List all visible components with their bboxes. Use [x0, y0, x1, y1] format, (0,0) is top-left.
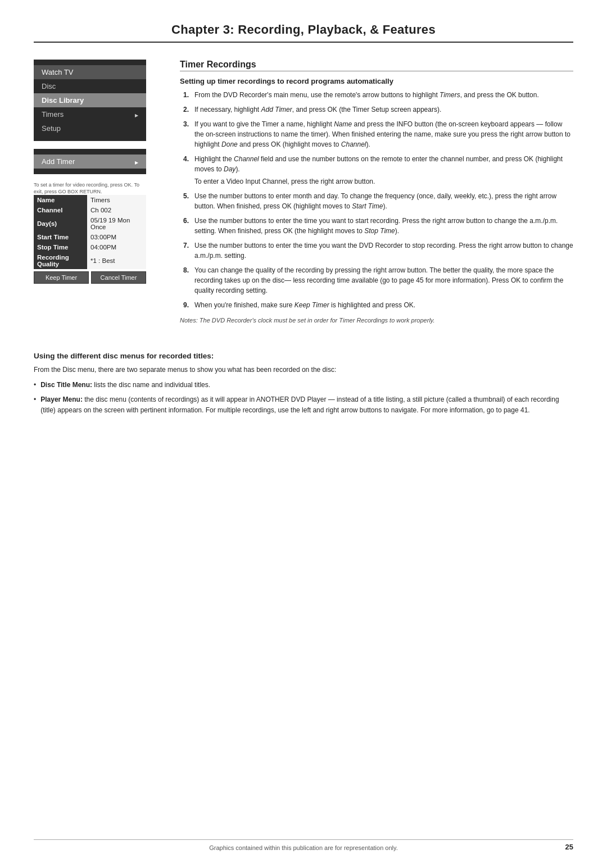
menu-item-disc-library[interactable]: Disc Library [34, 93, 146, 107]
cancel-timer-button[interactable]: Cancel Timer [91, 271, 146, 284]
step-text: When you're finished, make sure Keep Tim… [194, 300, 573, 310]
step-number: 9. [180, 300, 189, 310]
timer-settings-table: NameTimersChannelCh 002Day(s)05/19 19 Mo… [34, 195, 146, 269]
timer-row-label: Start Time [34, 232, 87, 242]
step-text: You can change the quality of the record… [194, 265, 573, 296]
step-item: 5.Use the number buttons to enter month … [180, 191, 573, 211]
timer-row-label: Day(s) [34, 215, 87, 232]
disc-bullet-item: •Player Menu: the disc menu (contents of… [34, 394, 573, 415]
timer-buttons-row: Keep Timer Cancel Timer [34, 271, 146, 284]
disc-section: Using the different disc menus for recor… [34, 352, 573, 415]
step-text: Use the number buttons to enter month an… [194, 191, 573, 211]
step-text: If you want to give the Timer a name, hi… [194, 119, 573, 149]
menu-item-timers-label: Timers [42, 110, 64, 119]
timer-row-value: 03:00PM [87, 232, 146, 242]
step-text: If necessary, highlight Add Timer, and p… [194, 104, 573, 115]
page-container: Chapter 3: Recording, Playback, & Featur… [0, 0, 607, 868]
step-number: 4. [180, 154, 189, 187]
disc-section-heading: Using the different disc menus for recor… [34, 352, 573, 360]
tip-text: To set a timer for video recording, pres… [34, 182, 146, 195]
notes-text: Notes: The DVD Recorder's clock must be … [180, 317, 573, 324]
timers-arrow-icon [135, 110, 138, 119]
disc-bullet-item: •Disc Title Menu: lists the disc name an… [34, 380, 573, 390]
step-number: 8. [180, 265, 189, 296]
menu-item-setup[interactable]: Setup [34, 121, 146, 135]
disc-bullet-list: •Disc Title Menu: lists the disc name an… [34, 380, 573, 416]
left-column: Watch TV Disc Disc Library Timers Setup … [34, 60, 163, 335]
subsection-heading: Setting up timer recordings to record pr… [180, 77, 573, 85]
disc-bullet-text: Player Menu: the disc menu (contents of … [40, 394, 573, 415]
keep-timer-button[interactable]: Keep Timer [34, 271, 89, 284]
step-extra-text: To enter a Video Input Channel, press th… [194, 176, 573, 187]
timer-row-value: 04:00PM [87, 242, 146, 252]
step-item: 9.When you're finished, make sure Keep T… [180, 300, 573, 310]
step-text: Highlight the Channel field and use the … [194, 154, 573, 187]
step-item: 6.Use the number buttons to enter the ti… [180, 216, 573, 236]
add-timer-label: Add Timer [42, 157, 75, 166]
add-timer-box: Add Timer [34, 149, 146, 174]
chapter-title: Chapter 3: Recording, Playback, & Featur… [34, 22, 573, 43]
page-number: 25 [565, 843, 573, 851]
step-number: 7. [180, 240, 189, 261]
step-item: 1.From the DVD Recorder's main menu, use… [180, 90, 573, 100]
menu-item-timers[interactable]: Timers [34, 107, 146, 121]
timer-row-value: Ch 002 [87, 205, 146, 215]
disc-bullet-text: Disc Title Menu: lists the disc name and… [40, 380, 210, 390]
timer-row-label: Name [34, 195, 87, 205]
add-timer-item[interactable]: Add Timer [34, 154, 146, 169]
tv-menu-box: Watch TV Disc Disc Library Timers Setup [34, 60, 146, 141]
add-timer-arrow-icon [135, 157, 138, 166]
timer-row-value: 05/19 19 Mon Once [87, 215, 146, 232]
steps-list: 1.From the DVD Recorder's main menu, use… [180, 90, 573, 310]
step-item: 7.Use the number buttons to enter the ti… [180, 240, 573, 261]
timer-row-value: *1 : Best [87, 252, 146, 269]
timer-row-value: Timers [87, 195, 146, 205]
step-number: 3. [180, 119, 189, 149]
step-text: From the DVD Recorder's main menu, use t… [194, 90, 573, 100]
step-text: Use the number buttons to enter the time… [194, 216, 573, 236]
step-number: 5. [180, 191, 189, 211]
section-heading: Timer Recordings [180, 60, 573, 71]
timer-row-label: Channel [34, 205, 87, 215]
page-footer: Graphics contained within this publicati… [34, 839, 573, 851]
menu-item-watch-tv[interactable]: Watch TV [34, 65, 146, 79]
step-number: 2. [180, 104, 189, 115]
bullet-dot: • [34, 380, 36, 390]
footer-text: Graphics contained within this publicati… [209, 844, 397, 851]
content-columns: Watch TV Disc Disc Library Timers Setup … [34, 60, 573, 335]
step-number: 1. [180, 90, 189, 100]
timer-row-label: Recording Quality [34, 252, 87, 269]
step-item: 2.If necessary, highlight Add Timer, and… [180, 104, 573, 115]
step-text: Use the number buttons to enter the time… [194, 240, 573, 261]
bullet-dot: • [34, 394, 36, 415]
disc-section-intro: From the Disc menu, there are two separa… [34, 365, 573, 375]
step-item: 4.Highlight the Channel field and use th… [180, 154, 573, 187]
step-number: 6. [180, 216, 189, 236]
timer-row-label: Stop Time [34, 242, 87, 252]
step-item: 3.If you want to give the Timer a name, … [180, 119, 573, 149]
menu-item-disc[interactable]: Disc [34, 79, 146, 93]
step-item: 8.You can change the quality of the reco… [180, 265, 573, 296]
right-column: Timer Recordings Setting up timer record… [180, 60, 573, 335]
